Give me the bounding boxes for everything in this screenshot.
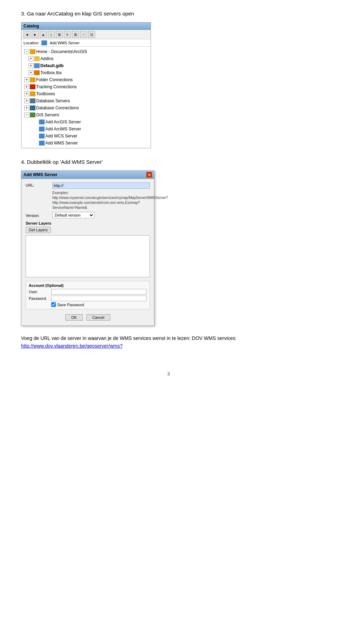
tree-item-dbservers[interactable]: + Database Servers xyxy=(21,97,151,104)
label-addins: AddIns xyxy=(40,56,53,62)
label-dbconn: Database Connections xyxy=(36,105,79,111)
ok-button[interactable]: OK xyxy=(65,314,83,321)
location-value: Add WMS Server xyxy=(50,41,80,45)
connect-button[interactable]: ⊞ xyxy=(56,31,63,38)
catalog-location: Location: Add WMS Server xyxy=(21,39,151,47)
refresh-button[interactable]: ↑ xyxy=(80,31,87,38)
search-button[interactable]: ⊡ xyxy=(88,31,95,38)
expand-dbservers[interactable]: + xyxy=(24,98,29,103)
expand-gisservers[interactable]: − xyxy=(24,112,29,117)
addwcs-icon xyxy=(39,134,45,139)
tree-item-gisservers[interactable]: − GIS Servers xyxy=(21,111,151,118)
user-input[interactable] xyxy=(51,289,147,295)
page-number: 3 xyxy=(21,371,316,376)
catalog-tree: − Home - Documents\ArcGIS + AddIns + Def… xyxy=(21,47,151,148)
user-row: User: xyxy=(29,289,147,295)
catalog-toolbar: ◄ ► ▲ ⌂ ⊞ ≡ ⊞ ↑ ⊡ xyxy=(21,30,151,39)
label-folderconn: Folder Connections xyxy=(36,77,73,83)
tree-item-addwms[interactable]: Add WMS Server xyxy=(21,140,151,147)
get-layers-button[interactable]: Get Layers xyxy=(26,227,51,233)
tree-item-toolbox[interactable]: + Toolbox.tbx xyxy=(21,69,151,76)
tree-item-addins[interactable]: + AddIns xyxy=(21,55,151,62)
tree-item-home[interactable]: − Home - Documents\ArcGIS xyxy=(21,48,151,55)
password-row: Password: xyxy=(29,296,147,301)
version-select[interactable]: Default version xyxy=(52,212,94,218)
save-password-label: Save Password xyxy=(57,303,84,307)
back-button[interactable]: ◄ xyxy=(24,31,31,38)
bottom-text-section: Voeg de URL van de server in waarvan je … xyxy=(21,334,316,350)
toolboxes-icon xyxy=(30,91,35,96)
account-section: Account (Optional) User: Password: Save … xyxy=(26,281,150,309)
cancel-button[interactable]: Cancel xyxy=(86,314,110,321)
url-row: URL: xyxy=(26,182,150,189)
tree-item-defaultgdb[interactable]: + Default.gdb xyxy=(21,62,151,69)
examples-section: Examples: http://www.myserver.com/arcgis… xyxy=(52,191,150,210)
location-label: Location: xyxy=(24,41,39,45)
location-icon xyxy=(41,40,47,45)
password-input[interactable] xyxy=(51,296,147,301)
tree-item-dbconn[interactable]: + Database Connections xyxy=(21,104,151,111)
catalog-titlebar: Catalog xyxy=(21,22,151,30)
user-label: User: xyxy=(29,290,50,294)
server-layers-section: Server Layers Get Layers xyxy=(26,221,150,277)
tree-item-addarcimsserver[interactable]: Add ArcIMS Server xyxy=(21,125,151,133)
tree-item-trackingconn[interactable]: + Tracking Connections xyxy=(21,83,151,90)
url-input[interactable] xyxy=(52,182,150,189)
expand-home[interactable]: − xyxy=(24,49,29,54)
version-label: Version: xyxy=(26,213,50,218)
example1: http://www.myserver.com/arcgis/services/… xyxy=(52,196,168,200)
save-password-checkbox[interactable] xyxy=(51,302,56,307)
dbservers-icon xyxy=(30,98,35,103)
url-label: URL: xyxy=(26,182,50,187)
home-button[interactable]: ⌂ xyxy=(48,31,55,38)
folderconn-icon xyxy=(30,77,35,82)
expand-addins[interactable]: + xyxy=(28,56,33,61)
addarcgis-icon xyxy=(39,120,45,124)
dialog-title: Add WMS Server xyxy=(24,172,58,177)
step3-heading: 3. Ga naar ArcCatalog en klap GIS server… xyxy=(21,11,316,17)
dialog-close-button[interactable]: ✕ xyxy=(146,172,152,178)
view-button[interactable]: ≡ xyxy=(64,31,71,38)
password-label: Password: xyxy=(29,296,50,301)
details-button[interactable]: ⊞ xyxy=(72,31,79,38)
expand-dbconn[interactable]: + xyxy=(24,105,29,110)
label-home: Home - Documents\ArcGIS xyxy=(36,49,87,55)
catalog-window: Catalog ◄ ► ▲ ⌂ ⊞ ≡ ⊞ ↑ ⊡ Location: Add … xyxy=(21,22,151,148)
tree-item-addarcgis[interactable]: Add ArcGIS Server xyxy=(21,118,151,125)
dialog-buttons: OK Cancel xyxy=(26,312,150,322)
label-toolboxes: Toolboxes xyxy=(36,91,55,97)
expand-toolbox[interactable]: + xyxy=(28,70,33,75)
expand-defaultgdb[interactable]: + xyxy=(28,63,33,68)
examples-label: Examples: xyxy=(52,191,69,195)
gdb-icon xyxy=(34,63,40,68)
catalog-title: Catalog xyxy=(24,24,39,28)
gisservers-icon xyxy=(30,112,35,117)
addwms-icon xyxy=(39,141,45,146)
label-addwms: Add WMS Server xyxy=(45,140,78,146)
label-gisservers: GIS Servers xyxy=(36,112,59,118)
server-layers-label: Server Layers xyxy=(26,221,150,225)
label-addarcimsserver: Add ArcIMS Server xyxy=(45,126,81,132)
save-password-row: Save Password xyxy=(51,302,147,307)
dbconn-icon xyxy=(30,105,35,110)
label-defaultgdb: Default.gdb xyxy=(40,63,64,69)
bottom-link[interactable]: http://www.dov.vlaanderen.be/geoserver/w… xyxy=(21,343,123,349)
tree-item-toolboxes[interactable]: + Toolboxes xyxy=(21,90,151,97)
label-addarcgis: Add ArcGIS Server xyxy=(45,119,81,125)
addins-icon xyxy=(34,56,40,61)
up-button[interactable]: ▲ xyxy=(40,31,47,38)
tree-item-addwcs[interactable]: Add WCS Server xyxy=(21,133,151,140)
account-label: Account (Optional) xyxy=(29,283,147,288)
example2: http://www.example.com/servlet/com.esri.… xyxy=(52,201,140,210)
tracking-icon xyxy=(30,84,35,89)
label-addwcs: Add WCS Server xyxy=(45,133,77,139)
expand-toolboxes[interactable]: + xyxy=(24,91,29,96)
toolbox-icon xyxy=(34,70,40,75)
expand-folderconn[interactable]: + xyxy=(24,77,29,82)
tree-item-folderconn[interactable]: + Folder Connections xyxy=(21,76,151,83)
step4-heading: 4. Dubbelklik op 'Add WMS Server' xyxy=(21,159,316,165)
expand-trackingconn[interactable]: + xyxy=(24,84,29,89)
wms-dialog: Add WMS Server ✕ URL: Examples: http://w… xyxy=(21,170,154,326)
forward-button[interactable]: ► xyxy=(32,31,39,38)
home-icon xyxy=(30,49,35,54)
